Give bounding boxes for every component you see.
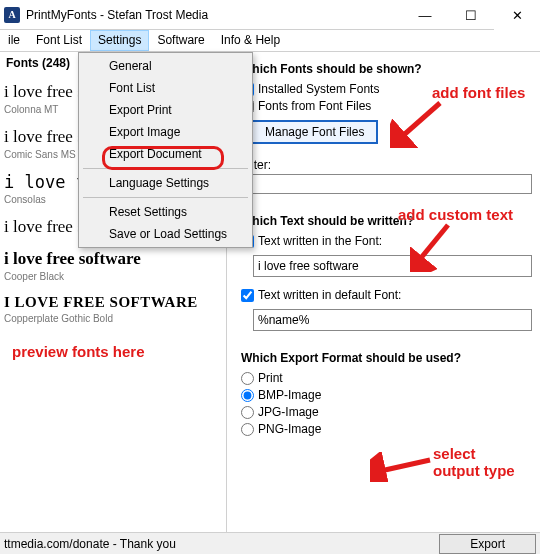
font-text-label: Text written in the Font: <box>258 234 382 248</box>
menu-info[interactable]: Info & Help <box>213 30 288 51</box>
export-button[interactable]: Export <box>439 534 536 554</box>
menu-item-reset[interactable]: Reset Settings <box>79 201 252 223</box>
filter-input[interactable] <box>241 174 532 194</box>
menu-settings[interactable]: Settings <box>90 30 149 51</box>
format-jpg-radio[interactable] <box>241 406 254 419</box>
status-text: ttmedia.com/donate - Thank you <box>4 537 176 551</box>
format-png-label: PNG-Image <box>258 422 321 436</box>
format-jpg-row[interactable]: JPG-Image <box>241 405 532 419</box>
window-titlebar: A PrintMyFonts - Stefan Trost Media — ☐ … <box>0 0 540 30</box>
menu-fontlist[interactable]: Font List <box>28 30 90 51</box>
menu-item-exportimage[interactable]: Export Image <box>79 121 252 143</box>
statusbar: ttmedia.com/donate - Thank you Export <box>0 532 540 554</box>
fontfiles-label: Fonts from Font Files <box>258 99 371 113</box>
format-bmp-label: BMP-Image <box>258 388 321 402</box>
fontfiles-checkbox-row[interactable]: Fonts from Font Files <box>241 99 532 113</box>
format-jpg-label: JPG-Image <box>258 405 319 419</box>
menubar: ile Font List Settings Software Info & H… <box>0 30 540 52</box>
window-controls: — ☐ ✕ <box>402 0 540 30</box>
menu-separator <box>83 197 248 198</box>
menu-item-fontlist[interactable]: Font List <box>79 77 252 99</box>
default-text-checkbox[interactable] <box>241 289 254 302</box>
menu-item-exportdocument[interactable]: Export Document <box>79 143 252 165</box>
default-text-checkbox-row[interactable]: Text written in default Font: <box>241 288 532 302</box>
default-text-label: Text written in default Font: <box>258 288 401 302</box>
installed-fonts-label: Installed System Fonts <box>258 82 379 96</box>
settings-pane: Which Fonts should be shown? Installed S… <box>227 52 540 532</box>
format-png-row[interactable]: PNG-Image <box>241 422 532 436</box>
menu-item-general[interactable]: General <box>79 55 252 77</box>
text-section-title: Which Text should be written? <box>241 214 532 228</box>
format-print-label: Print <box>258 371 283 385</box>
filter-label: Filter: <box>241 158 532 172</box>
menu-item-saveload[interactable]: Save or Load Settings <box>79 223 252 245</box>
default-text-combo[interactable] <box>253 309 532 331</box>
format-bmp-row[interactable]: BMP-Image <box>241 388 532 402</box>
font-sample[interactable]: I LOVE FREE SOFTWARE <box>4 294 226 311</box>
font-sample[interactable]: i love free software <box>4 249 226 269</box>
format-print-row[interactable]: Print <box>241 371 532 385</box>
format-png-radio[interactable] <box>241 423 254 436</box>
minimize-button[interactable]: — <box>402 0 448 30</box>
font-text-checkbox-row[interactable]: Text written in the Font: <box>241 234 532 248</box>
format-bmp-radio[interactable] <box>241 389 254 402</box>
shown-fonts-title: Which Fonts should be shown? <box>241 62 532 76</box>
settings-dropdown: General Font List Export Print Export Im… <box>78 52 253 248</box>
font-text-combo[interactable] <box>253 255 532 277</box>
menu-software[interactable]: Software <box>149 30 212 51</box>
installed-fonts-checkbox-row[interactable]: Installed System Fonts <box>241 82 532 96</box>
export-format-title: Which Export Format should be used? <box>241 351 532 365</box>
maximize-button[interactable]: ☐ <box>448 0 494 30</box>
menu-item-exportprint[interactable]: Export Print <box>79 99 252 121</box>
menu-separator <box>83 168 248 169</box>
font-name-label: Cooper Black <box>4 271 226 282</box>
window-title: PrintMyFonts - Stefan Trost Media <box>26 8 208 22</box>
format-print-radio[interactable] <box>241 372 254 385</box>
font-name-label: Copperplate Gothic Bold <box>4 313 226 324</box>
menu-item-language[interactable]: Language Settings <box>79 172 252 194</box>
app-icon: A <box>4 7 20 23</box>
menu-file[interactable]: ile <box>0 30 28 51</box>
close-button[interactable]: ✕ <box>494 0 540 30</box>
manage-font-files-button[interactable]: Manage Font Files <box>251 120 378 144</box>
